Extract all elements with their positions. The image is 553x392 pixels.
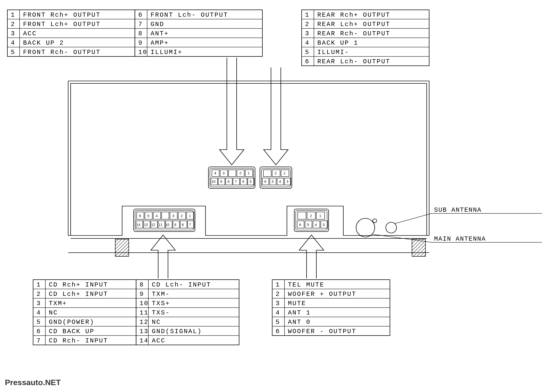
pin-number: 9 bbox=[138, 39, 143, 47]
main-antenna-label: MAIN ANTENNA bbox=[434, 235, 486, 243]
pin-label: TXS- bbox=[152, 309, 170, 316]
pin-number: 10 bbox=[140, 300, 149, 307]
pin-label: ACC bbox=[23, 30, 37, 37]
pin-label: FRONT Rch- OUTPUT bbox=[23, 49, 101, 56]
svg-text:5: 5 bbox=[307, 223, 309, 227]
pin-number: 1 bbox=[276, 281, 280, 288]
pin-number: 4 bbox=[11, 39, 15, 47]
svg-text:8: 8 bbox=[228, 180, 230, 183]
pin-label: WOOFER + OUTPUT bbox=[288, 290, 356, 298]
svg-text:3: 3 bbox=[323, 223, 325, 227]
sub-antenna-jack bbox=[386, 222, 397, 233]
pin-number: 3 bbox=[305, 30, 310, 37]
svg-text:9: 9 bbox=[174, 223, 176, 227]
svg-text:5: 5 bbox=[147, 214, 149, 218]
pin-number: 1 bbox=[305, 11, 310, 19]
pin-label: MUTE bbox=[288, 300, 306, 307]
svg-text:7: 7 bbox=[235, 180, 237, 183]
pin-label: GND bbox=[151, 21, 164, 28]
svg-text:6: 6 bbox=[242, 180, 244, 183]
pin-number: 5 bbox=[37, 318, 41, 326]
svg-text:10: 10 bbox=[166, 223, 169, 227]
connector-top-6pin: 2 1 6 5 4 3 bbox=[260, 167, 292, 188]
pin-number: 7 bbox=[138, 21, 143, 28]
svg-text:13: 13 bbox=[144, 223, 148, 227]
pin-label: REAR Lch+ OUTPUT bbox=[317, 21, 390, 28]
pinout-table-top-left: 1FRONT Rch+ OUTPUT2FRONT Lch+ OUTPUT3ACC… bbox=[7, 10, 262, 56]
pin-label: AMP+ bbox=[151, 39, 169, 47]
svg-rect-77 bbox=[298, 212, 306, 219]
svg-text:6: 6 bbox=[139, 214, 141, 218]
svg-text:5: 5 bbox=[250, 180, 252, 183]
pin-number: 6 bbox=[138, 11, 143, 19]
pin-number: 3 bbox=[37, 300, 41, 307]
connector-bottom-6pin: 2 1 6 5 4 3 bbox=[294, 209, 329, 232]
pin-label: BACK UP 2 bbox=[23, 39, 64, 47]
pin-label: CD Lch+ INPUT bbox=[49, 290, 108, 298]
pin-label: ILLUMI- bbox=[317, 49, 349, 56]
pin-number: 12 bbox=[140, 318, 149, 326]
watermark-text: Pressauto.NET bbox=[5, 378, 61, 387]
svg-text:1: 1 bbox=[248, 171, 250, 175]
pin-number: 6 bbox=[276, 328, 280, 335]
pin-label: GND(POWER) bbox=[49, 318, 94, 326]
svg-text:10: 10 bbox=[212, 180, 216, 183]
pin-label: TEL MUTE bbox=[288, 281, 324, 288]
pin-number: 13 bbox=[140, 328, 149, 335]
svg-text:2: 2 bbox=[181, 214, 183, 218]
pin-label: CD BACK UP bbox=[49, 328, 94, 335]
pin-number: 4 bbox=[37, 309, 41, 316]
svg-text:1: 1 bbox=[189, 214, 191, 218]
svg-rect-49 bbox=[162, 212, 169, 219]
pin-number: 8 bbox=[138, 30, 143, 37]
pin-label: ANT 0 bbox=[288, 318, 311, 326]
svg-text:11: 11 bbox=[159, 223, 163, 227]
svg-text:1: 1 bbox=[319, 214, 321, 218]
pinout-table-top-right: 1REAR Rch+ OUTPUT2REAR Lch+ OUTPUT3REAR … bbox=[302, 10, 429, 66]
svg-text:3: 3 bbox=[172, 214, 174, 218]
mount-bracket-left bbox=[115, 239, 129, 256]
svg-rect-31 bbox=[263, 170, 271, 177]
pin-number: 2 bbox=[276, 290, 280, 298]
svg-text:9: 9 bbox=[220, 180, 222, 183]
pin-label: TXS+ bbox=[152, 300, 170, 307]
svg-point-1 bbox=[373, 219, 377, 223]
pin-number: 8 bbox=[140, 281, 144, 288]
pin-number: 4 bbox=[276, 309, 280, 316]
pin-number: 10 bbox=[138, 49, 147, 56]
pin-label: CD Rch- INPUT bbox=[49, 337, 108, 344]
pin-number: 3 bbox=[276, 300, 280, 307]
pin-number: 6 bbox=[305, 58, 310, 65]
pin-number: 1 bbox=[37, 281, 41, 288]
svg-text:2: 2 bbox=[239, 171, 241, 175]
pin-label: ILLUMI+ bbox=[151, 49, 182, 56]
pin-number: 9 bbox=[140, 290, 144, 298]
pin-number: 11 bbox=[140, 309, 149, 316]
svg-rect-117 bbox=[136, 280, 239, 345]
svg-text:7: 7 bbox=[189, 223, 191, 227]
svg-line-2 bbox=[394, 213, 432, 224]
arrows bbox=[151, 58, 324, 278]
pin-number: 5 bbox=[11, 49, 15, 56]
svg-rect-10 bbox=[229, 170, 236, 177]
svg-text:6: 6 bbox=[264, 180, 266, 183]
head-unit-outline bbox=[68, 81, 429, 256]
pin-label: FRONT Rch+ OUTPUT bbox=[23, 11, 101, 19]
svg-text:2: 2 bbox=[275, 171, 277, 175]
svg-rect-109 bbox=[33, 280, 136, 345]
pin-number: 6 bbox=[37, 328, 41, 335]
svg-text:12: 12 bbox=[151, 223, 155, 227]
pin-label: CD Lch- INPUT bbox=[152, 281, 211, 288]
svg-rect-76 bbox=[296, 210, 327, 230]
svg-text:1: 1 bbox=[283, 171, 285, 175]
pinout-table-bottom-right: 1TEL MUTE2WOOFER + OUTPUT3MUTE4ANT 15ANT… bbox=[272, 280, 390, 336]
svg-text:4: 4 bbox=[279, 180, 281, 183]
pin-label: BACK UP 1 bbox=[317, 39, 358, 47]
wiring-diagram: SUB ANTENNA MAIN ANTENNA 4 3 2 1 10 9 8 … bbox=[0, 0, 553, 392]
pin-label: CD Rch+ INPUT bbox=[49, 281, 108, 288]
pin-label: TXM- bbox=[152, 290, 170, 298]
pin-number: 1 bbox=[11, 11, 15, 19]
pin-number: 7 bbox=[37, 337, 41, 344]
pin-number: 2 bbox=[11, 21, 15, 28]
connector-bottom-14pin: 6 5 4 3 2 1 14 13 12 11 10 9 8 7 bbox=[134, 209, 195, 232]
